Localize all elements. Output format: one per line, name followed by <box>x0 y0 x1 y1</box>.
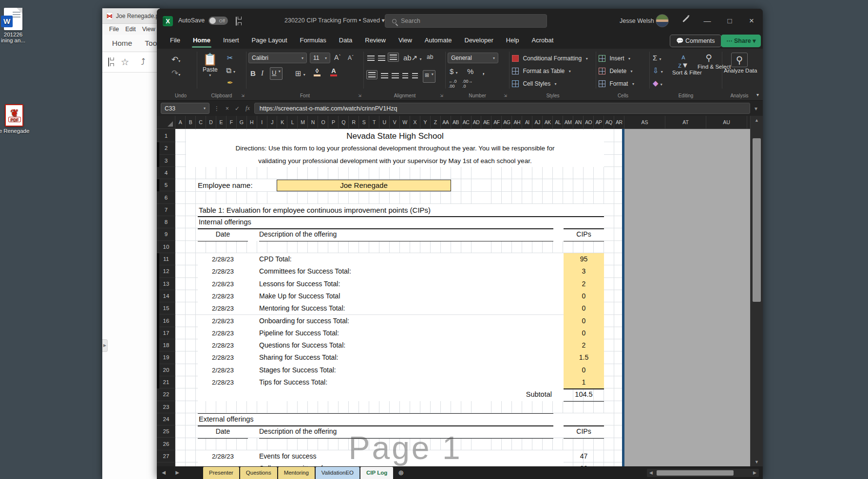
ribbon-tab-view[interactable]: View <box>392 33 418 49</box>
autosave-toggle[interactable]: Off <box>208 17 228 25</box>
column-header-AS[interactable]: AS <box>624 116 665 129</box>
row-header-5[interactable]: 5 <box>157 179 175 191</box>
ribbon-tab-developer[interactable]: Developer <box>458 33 500 49</box>
wrap-text-icon[interactable]: ab <box>427 54 433 60</box>
sheet-tab-questions[interactable]: Questions <box>240 467 277 479</box>
minimize-button[interactable]: — <box>697 9 718 33</box>
decrease-font-icon[interactable]: Aˊ <box>348 55 354 61</box>
format-cells-button[interactable]: Format ▾ <box>599 79 634 88</box>
sheet-tab-mentoring[interactable]: Mentoring <box>278 467 315 479</box>
column-header-AL[interactable]: AL <box>553 116 563 129</box>
autosum-icon[interactable]: Σ ▾ <box>653 54 661 62</box>
number-dialog-launcher[interactable]: ⇲ <box>504 93 507 98</box>
row-header-19[interactable]: 19 <box>157 351 175 364</box>
confirm-entry-icon[interactable]: ✓ <box>233 105 241 112</box>
increase-decimal-icon[interactable]: ←.0.00 <box>449 79 457 89</box>
maximize-button[interactable]: □ <box>719 9 740 33</box>
new-sheet-button[interactable]: ⊕ <box>394 466 408 479</box>
align-top-icon[interactable] <box>367 55 375 61</box>
column-header-AB[interactable]: AB <box>451 116 461 129</box>
align-center-icon[interactable] <box>381 73 388 78</box>
row-header-13[interactable]: 13 <box>157 278 175 290</box>
row-header-3[interactable]: 3 <box>157 155 175 167</box>
pen-input-mode-icon[interactable] <box>682 16 688 22</box>
vertical-scrollbar[interactable]: ▲ ▼ <box>750 116 763 466</box>
ribbon-tab-page-layout[interactable]: Page Layout <box>245 33 294 49</box>
scroll-down-icon[interactable]: ▼ <box>751 460 763 464</box>
column-header-AQ[interactable]: AQ <box>604 116 614 129</box>
vertical-scroll-thumb[interactable] <box>753 138 761 302</box>
column-header-AF[interactable]: AF <box>491 116 502 129</box>
desktop-icon-pdf-doc[interactable]: ❦ PDF e Renegade <box>0 104 31 134</box>
acrobat-tab-home[interactable]: Home <box>112 39 132 48</box>
analyze-data-button[interactable]: ⚲ Analyze Data <box>724 53 755 74</box>
cut-icon[interactable]: ✂ <box>227 54 233 62</box>
column-header-J[interactable]: J <box>267 116 278 129</box>
horizontal-scroll-thumb[interactable] <box>657 470 734 476</box>
column-header-D[interactable]: D <box>206 116 216 129</box>
column-header-A[interactable]: A <box>175 116 186 129</box>
percent-icon[interactable]: % <box>467 67 473 75</box>
comments-button[interactable]: 💬 Comments <box>670 35 721 47</box>
row-header-27[interactable]: 27 <box>157 450 175 462</box>
redo-icon[interactable]: ↷▾ <box>171 68 180 78</box>
row-header-16[interactable]: 16 <box>157 315 175 327</box>
column-header-S[interactable]: S <box>359 116 369 129</box>
undo-icon[interactable]: ↶▾ <box>171 55 180 65</box>
align-middle-icon[interactable] <box>378 55 385 61</box>
ribbon-tab-acrobat[interactable]: Acrobat <box>526 33 560 49</box>
column-header-AC[interactable]: AC <box>461 116 472 129</box>
column-header-AK[interactable]: AK <box>543 116 553 129</box>
fill-color-button[interactable]: ◊ <box>314 68 321 76</box>
insert-function-icon[interactable]: fx <box>244 105 251 112</box>
column-header-F[interactable]: F <box>226 116 237 129</box>
column-header-AU[interactable]: AU <box>706 116 747 129</box>
align-left-icon[interactable] <box>366 70 377 79</box>
acrobat-menu-view[interactable]: View <box>142 26 155 33</box>
row-header-28[interactable]: 28 <box>157 462 175 466</box>
underline-button[interactable]: U ▾ <box>270 67 283 80</box>
row-header-12[interactable]: 12 <box>157 265 175 277</box>
column-header-O[interactable]: O <box>318 116 328 129</box>
bold-button[interactable]: B <box>250 69 256 77</box>
column-header-AG[interactable]: AG <box>502 116 512 129</box>
column-header-R[interactable]: R <box>349 116 359 129</box>
copy-icon[interactable]: ⧉ ▾ <box>226 66 235 75</box>
scroll-up-icon[interactable]: ▲ <box>751 118 763 123</box>
row-header-11[interactable]: 11 <box>157 253 175 265</box>
column-header-X[interactable]: X <box>410 116 420 129</box>
document-title[interactable]: 230220 CIP Tracking Form • Saved ▾ <box>284 17 385 24</box>
ribbon-tab-automate[interactable]: Automate <box>418 33 458 49</box>
column-header-AR[interactable]: AR <box>614 116 624 129</box>
row-header-18[interactable]: 18 <box>157 339 175 351</box>
find-select-button[interactable]: ⚲ Find & Select <box>698 53 720 70</box>
increase-font-icon[interactable]: Aˋ <box>334 54 341 61</box>
column-header-I[interactable]: I <box>257 116 267 129</box>
panel-expand-arrow-icon[interactable]: ▶ <box>102 339 108 352</box>
sheet-tab-presenter[interactable]: Presenter <box>203 467 239 479</box>
row-header-24[interactable]: 24 <box>157 413 175 425</box>
row-header-2[interactable]: 2 <box>157 142 175 154</box>
column-header-U[interactable]: U <box>379 116 390 129</box>
quick-save-icon[interactable] <box>236 17 237 26</box>
clipboard-dialog-launcher[interactable]: ⇲ <box>241 93 245 98</box>
font-color-button[interactable]: A <box>330 68 337 76</box>
ribbon-tab-data[interactable]: Data <box>333 33 359 49</box>
column-header-T[interactable]: T <box>369 116 379 129</box>
decrease-indent-icon[interactable] <box>402 73 408 78</box>
row-header-4[interactable]: 4 <box>157 167 175 179</box>
row-header-6[interactable]: 6 <box>157 192 175 204</box>
comma-style-icon[interactable]: ， <box>480 67 487 76</box>
scroll-right-icon[interactable]: ▶ <box>753 469 756 477</box>
alignment-dialog-launcher[interactable]: ⇲ <box>440 93 443 98</box>
row-header-15[interactable]: 15 <box>157 302 175 314</box>
column-header-N[interactable]: N <box>308 116 318 129</box>
paste-button[interactable]: 📋 Paste ▾ <box>203 53 218 77</box>
conditional-formatting-button[interactable]: Conditional Formatting ▾ <box>512 54 588 63</box>
orientation-icon[interactable]: ab↗ ▾ <box>403 54 421 62</box>
ribbon-tab-insert[interactable]: Insert <box>217 33 245 49</box>
column-header-AJ[interactable]: AJ <box>532 116 543 129</box>
column-header-AH[interactable]: AH <box>512 116 522 129</box>
column-header-V[interactable]: V <box>390 116 400 129</box>
decrease-decimal-icon[interactable]: .00→.0 <box>462 79 473 89</box>
